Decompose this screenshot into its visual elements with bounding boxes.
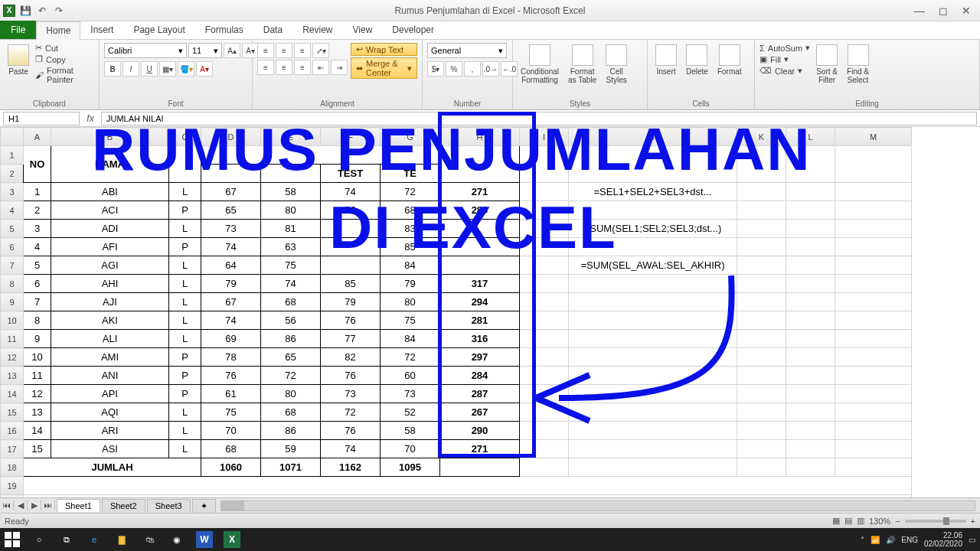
row-11[interactable]: 11 <box>1 330 24 348</box>
view-break-icon[interactable]: ▥ <box>857 516 864 526</box>
view-normal-icon[interactable]: ▦ <box>832 516 840 526</box>
col-D[interactable]: D <box>201 128 261 146</box>
col-C[interactable]: C <box>169 128 201 146</box>
qat-save-icon[interactable]: 💾 <box>18 4 32 18</box>
wrap-text-button[interactable]: ↩ Wrap Text <box>351 43 417 56</box>
align-left-icon[interactable]: ≡ <box>257 60 274 75</box>
align-bottom-icon[interactable]: ≡ <box>294 43 311 58</box>
hscroll-thumb[interactable] <box>221 501 244 510</box>
worksheet-grid[interactable]: A B C D E F G H I J K L M 1 NO NAMA 2 TE… <box>0 127 980 497</box>
col-L[interactable]: L <box>786 128 835 146</box>
row-3[interactable]: 3 <box>1 183 24 201</box>
minimize-button[interactable]: — <box>914 5 925 17</box>
tab-formulas[interactable]: Formulas <box>195 21 253 39</box>
format-as-table-button[interactable]: Format as Table <box>565 43 599 86</box>
tab-review[interactable]: Review <box>292 21 342 39</box>
select-all-corner[interactable] <box>1 128 24 146</box>
sheet-first-icon[interactable]: ⏮ <box>0 500 14 510</box>
excel-taskbar-icon[interactable]: X <box>224 531 240 548</box>
comma-icon[interactable]: , <box>464 61 481 77</box>
tab-view[interactable]: View <box>343 21 383 39</box>
system-tray[interactable]: ˄ 📶 🔊 ENG 22.06 02/02/2020 ▭ <box>861 531 975 548</box>
conditional-formatting-button[interactable]: Conditional Formatting <box>518 43 562 86</box>
col-H[interactable]: H <box>440 128 520 146</box>
row-6[interactable]: 6 <box>1 238 24 256</box>
explorer-icon[interactable]: ▇ <box>113 531 130 548</box>
sheet-next-icon[interactable]: ▶ <box>28 500 41 510</box>
fx-icon[interactable]: fx <box>83 113 98 124</box>
indent-inc-icon[interactable]: ⇥ <box>331 60 348 75</box>
row-17[interactable]: 17 <box>1 440 24 458</box>
qat-undo-icon[interactable]: ↶ <box>35 4 49 18</box>
row-13[interactable]: 13 <box>1 367 24 385</box>
name-box[interactable]: H1 <box>3 112 80 126</box>
close-button[interactable]: ✕ <box>962 5 971 17</box>
align-right-icon[interactable]: ≡ <box>294 60 311 75</box>
row-10[interactable]: 10 <box>1 311 24 330</box>
number-format-combo[interactable]: General▾ <box>427 43 507 58</box>
align-top-icon[interactable]: ≡ <box>257 43 274 58</box>
border-button[interactable]: ▦▾ <box>159 61 176 77</box>
row-18[interactable]: 18 <box>1 458 24 477</box>
underline-button[interactable]: U <box>141 61 158 77</box>
copy-button[interactable]: ❐ Copy <box>35 54 94 64</box>
sort-filter-button[interactable]: Sort & Filter <box>813 43 841 86</box>
bold-button[interactable]: B <box>104 61 121 77</box>
col-F[interactable]: F <box>321 128 381 146</box>
format-painter-button[interactable]: 🖌 Format Painter <box>35 66 94 84</box>
percent-icon[interactable]: % <box>446 61 462 77</box>
format-cell-button[interactable]: Format <box>714 43 745 77</box>
clock[interactable]: 22.06 02/02/2020 <box>924 531 962 548</box>
row-8[interactable]: 8 <box>1 275 24 293</box>
sheet-new-icon[interactable]: ✦ <box>192 499 216 513</box>
autosum-button[interactable]: Σ AutoSum ▾ <box>760 43 810 53</box>
cortana-icon[interactable]: ○ <box>31 531 47 548</box>
notifications-icon[interactable]: ▭ <box>969 536 975 544</box>
row-1[interactable]: 1 <box>1 146 24 165</box>
row-5[interactable]: 5 <box>1 220 24 238</box>
sheet-last-icon[interactable]: ⏭ <box>41 500 55 510</box>
align-center-icon[interactable]: ≡ <box>276 60 292 75</box>
tab-data[interactable]: Data <box>253 21 292 39</box>
network-icon[interactable]: 📶 <box>871 536 880 544</box>
taskview-icon[interactable]: ⧉ <box>58 531 75 548</box>
align-middle-icon[interactable]: ≡ <box>276 43 292 58</box>
zoom-out-icon[interactable]: − <box>895 517 900 526</box>
tab-insert[interactable]: Insert <box>80 21 123 39</box>
tab-home[interactable]: Home <box>36 21 80 40</box>
row-4[interactable]: 4 <box>1 201 24 220</box>
row-9[interactable]: 9 <box>1 293 24 311</box>
merge-center-button[interactable]: ⬌ Merge & Center ▾ <box>351 57 417 79</box>
formula-input[interactable]: JUMLAH NILAI <box>101 112 977 126</box>
formula-hint-3[interactable]: =SUM(SEL_AWAL:SEL_AKHIR) <box>569 256 737 275</box>
volume-icon[interactable]: 🔊 <box>886 536 895 544</box>
store-icon[interactable]: 🛍 <box>141 531 158 548</box>
formula-hint-2[interactable]: =SUM(SEL1;SEL2;SEL3;dst...) <box>569 220 737 238</box>
sheet-tab-2[interactable]: Sheet2 <box>102 499 145 512</box>
insert-cell-button[interactable]: Insert <box>652 43 680 77</box>
tab-page-layout[interactable]: Page Layout <box>123 21 194 39</box>
col-A[interactable]: A <box>24 128 51 146</box>
view-layout-icon[interactable]: ▤ <box>844 516 852 526</box>
row-7[interactable]: 7 <box>1 256 24 275</box>
zoom-in-icon[interactable]: + <box>971 517 975 526</box>
zoom-slider[interactable] <box>905 520 966 523</box>
maximize-button[interactable]: ◻ <box>939 5 948 17</box>
row-12[interactable]: 12 <box>1 348 24 367</box>
col-J[interactable]: J <box>569 128 737 146</box>
edge-icon[interactable]: e <box>86 531 103 548</box>
hscroll-track[interactable] <box>220 500 975 511</box>
chrome-icon[interactable]: ◉ <box>168 531 185 548</box>
sheet-tab-3[interactable]: Sheet3 <box>147 499 191 512</box>
fill-button[interactable]: ▣ Fill ▾ <box>760 54 810 64</box>
italic-button[interactable]: I <box>122 61 139 77</box>
font-size-combo[interactable]: 11▾ <box>188 43 222 58</box>
orientation-icon[interactable]: ⤢▾ <box>312 43 329 58</box>
formula-hint-1[interactable]: =SEL1+SEL2+SEL3+dst... <box>569 183 737 201</box>
lang-indicator[interactable]: ENG <box>901 536 918 544</box>
start-button[interactable] <box>5 532 20 547</box>
sheet-prev-icon[interactable]: ◀ <box>14 500 28 510</box>
col-E[interactable]: E <box>261 128 321 146</box>
indent-dec-icon[interactable]: ⇤ <box>312 60 329 75</box>
row-2[interactable]: 2 <box>1 165 24 183</box>
